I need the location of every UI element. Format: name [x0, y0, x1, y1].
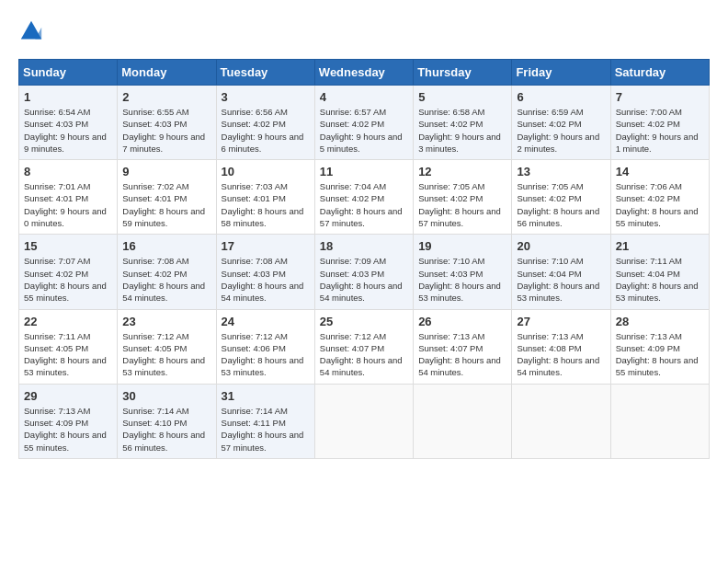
cell-info: Sunset: 4:09 PM: [24, 417, 112, 429]
calendar-cell: 7Sunrise: 7:00 AMSunset: 4:02 PMDaylight…: [610, 86, 709, 160]
cell-info: Sunset: 4:02 PM: [122, 268, 210, 280]
cell-info: Sunrise: 7:01 AM: [24, 180, 112, 192]
cell-info: Sunset: 4:02 PM: [320, 192, 408, 204]
cell-info: Sunrise: 7:10 AM: [517, 255, 605, 267]
cell-info: Sunset: 4:03 PM: [222, 268, 310, 280]
day-number: 23: [122, 315, 210, 328]
calendar-cell: [314, 384, 413, 458]
cell-info: Sunrise: 7:11 AM: [24, 330, 112, 342]
calendar-cell: 20Sunrise: 7:10 AMSunset: 4:04 PMDayligh…: [512, 235, 610, 309]
logo: [18, 18, 48, 44]
cell-info: Sunset: 4:02 PM: [418, 118, 506, 130]
day-number: 8: [24, 165, 112, 178]
calendar-cell: 1Sunrise: 6:54 AMSunset: 4:03 PMDaylight…: [19, 86, 118, 160]
calendar-cell: 27Sunrise: 7:13 AMSunset: 4:08 PMDayligh…: [512, 309, 610, 384]
day-number: 22: [24, 315, 112, 328]
cell-info: Sunrise: 7:13 AM: [616, 330, 704, 342]
day-number: 6: [517, 90, 605, 104]
cell-info: Daylight: 9 hours and 1 minute.: [616, 131, 704, 155]
calendar-cell: 2Sunrise: 6:55 AMSunset: 4:03 PMDaylight…: [118, 86, 216, 160]
cell-info: Daylight: 8 hours and 54 minutes.: [418, 354, 506, 379]
day-number: 30: [122, 389, 210, 403]
header-row: SundayMondayTuesdayWednesdayThursdayFrid…: [19, 60, 710, 86]
cell-info: Sunrise: 6:56 AM: [222, 106, 310, 118]
cell-info: Daylight: 9 hours and 7 minutes.: [122, 131, 210, 155]
calendar-cell: 30Sunrise: 7:14 AMSunset: 4:10 PMDayligh…: [118, 384, 216, 458]
day-number: 24: [222, 315, 310, 328]
cell-info: Sunrise: 7:05 AM: [517, 180, 605, 192]
cell-info: Sunset: 4:06 PM: [222, 342, 310, 354]
cell-info: Sunset: 4:05 PM: [24, 342, 112, 354]
day-number: 20: [517, 239, 605, 253]
cell-info: Daylight: 8 hours and 55 minutes.: [616, 205, 704, 230]
cell-info: Daylight: 8 hours and 57 minutes.: [320, 205, 408, 230]
header-day-sunday: Sunday: [19, 60, 118, 86]
day-number: 13: [517, 165, 605, 178]
cell-info: Daylight: 9 hours and 0 minutes.: [24, 205, 112, 230]
cell-info: Sunset: 4:05 PM: [122, 342, 210, 354]
cell-info: Sunset: 4:02 PM: [517, 192, 605, 204]
cell-info: Daylight: 8 hours and 55 minutes.: [24, 280, 112, 304]
cell-info: Sunset: 4:11 PM: [222, 417, 310, 429]
cell-info: Sunrise: 7:03 AM: [222, 180, 310, 192]
day-number: 21: [616, 239, 704, 253]
day-number: 31: [222, 389, 310, 403]
cell-info: Sunset: 4:02 PM: [517, 118, 605, 130]
cell-info: Daylight: 8 hours and 53 minutes.: [122, 354, 210, 379]
cell-info: Sunrise: 7:13 AM: [418, 330, 506, 342]
cell-info: Daylight: 8 hours and 54 minutes.: [320, 280, 408, 304]
cell-info: Sunrise: 6:55 AM: [122, 106, 210, 118]
cell-info: Sunset: 4:04 PM: [616, 268, 704, 280]
calendar-cell: 15Sunrise: 7:07 AMSunset: 4:02 PMDayligh…: [19, 235, 118, 309]
cell-info: Sunrise: 6:54 AM: [24, 106, 112, 118]
cell-info: Sunset: 4:02 PM: [616, 118, 704, 130]
cell-info: Daylight: 8 hours and 55 minutes.: [616, 354, 704, 379]
cell-info: Sunrise: 7:11 AM: [616, 255, 704, 267]
cell-info: Daylight: 8 hours and 57 minutes.: [418, 205, 506, 230]
cell-info: Daylight: 8 hours and 53 minutes.: [517, 280, 605, 304]
cell-info: Sunrise: 7:07 AM: [24, 255, 112, 267]
cell-info: Daylight: 8 hours and 56 minutes.: [122, 429, 210, 454]
cell-info: Sunrise: 7:09 AM: [320, 255, 408, 267]
cell-info: Sunrise: 7:08 AM: [122, 255, 210, 267]
day-number: 3: [222, 90, 310, 104]
calendar-cell: 29Sunrise: 7:13 AMSunset: 4:09 PMDayligh…: [19, 384, 118, 458]
cell-info: Daylight: 8 hours and 53 minutes.: [222, 354, 310, 379]
cell-info: Sunrise: 7:00 AM: [616, 106, 704, 118]
cell-info: Daylight: 8 hours and 54 minutes.: [517, 354, 605, 379]
cell-info: Daylight: 8 hours and 54 minutes.: [122, 280, 210, 304]
cell-info: Daylight: 8 hours and 58 minutes.: [222, 205, 310, 230]
cell-info: Sunset: 4:07 PM: [418, 342, 506, 354]
cell-info: Sunrise: 6:59 AM: [517, 106, 605, 118]
cell-info: Sunrise: 6:57 AM: [320, 106, 408, 118]
day-number: 16: [122, 239, 210, 253]
cell-info: Daylight: 8 hours and 55 minutes.: [24, 429, 112, 454]
cell-info: Daylight: 8 hours and 54 minutes.: [222, 280, 310, 304]
cell-info: Sunrise: 6:58 AM: [418, 106, 506, 118]
cell-info: Sunset: 4:01 PM: [122, 192, 210, 204]
header-day-tuesday: Tuesday: [216, 60, 314, 86]
cell-info: Sunset: 4:02 PM: [222, 118, 310, 130]
cell-info: Sunset: 4:03 PM: [320, 268, 408, 280]
logo-icon: [18, 18, 44, 44]
cell-info: Daylight: 8 hours and 53 minutes.: [418, 280, 506, 304]
day-number: 17: [222, 239, 310, 253]
cell-info: Sunrise: 7:14 AM: [122, 405, 210, 417]
cell-info: Sunrise: 7:12 AM: [320, 330, 408, 342]
week-row-4: 22Sunrise: 7:11 AMSunset: 4:05 PMDayligh…: [19, 309, 710, 384]
cell-info: Sunrise: 7:12 AM: [122, 330, 210, 342]
calendar-cell: [414, 384, 512, 458]
calendar-cell: [610, 384, 709, 458]
cell-info: Sunrise: 7:05 AM: [418, 180, 506, 192]
cell-info: Sunset: 4:07 PM: [320, 342, 408, 354]
calendar-cell: 24Sunrise: 7:12 AMSunset: 4:06 PMDayligh…: [216, 309, 314, 384]
day-number: 4: [320, 90, 408, 104]
cell-info: Sunrise: 7:04 AM: [320, 180, 408, 192]
calendar-cell: 11Sunrise: 7:04 AMSunset: 4:02 PMDayligh…: [314, 160, 413, 235]
cell-info: Sunrise: 7:14 AM: [222, 405, 310, 417]
cell-info: Sunset: 4:02 PM: [24, 268, 112, 280]
header-day-thursday: Thursday: [414, 60, 512, 86]
calendar-table: SundayMondayTuesdayWednesdayThursdayFrid…: [18, 59, 710, 459]
calendar-cell: 21Sunrise: 7:11 AMSunset: 4:04 PMDayligh…: [610, 235, 709, 309]
calendar-cell: 22Sunrise: 7:11 AMSunset: 4:05 PMDayligh…: [19, 309, 118, 384]
